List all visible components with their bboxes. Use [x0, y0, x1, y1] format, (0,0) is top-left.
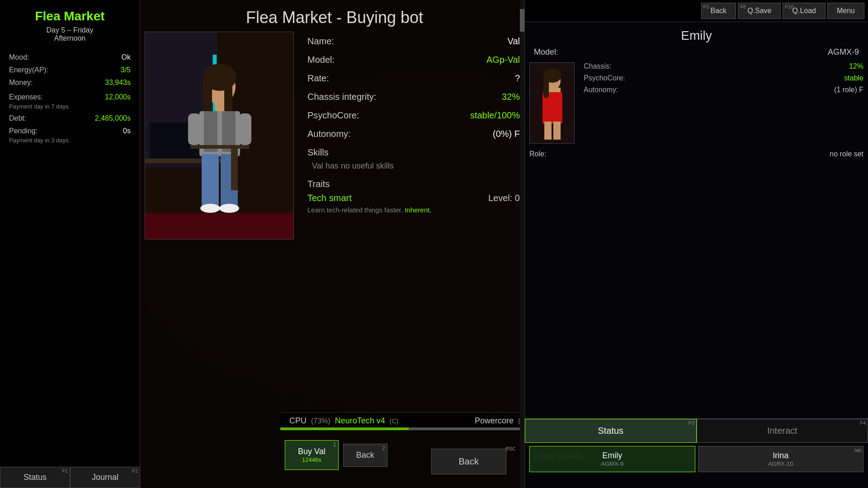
svg-rect-30	[543, 75, 549, 98]
character-portrait	[145, 32, 294, 239]
svg-rect-14	[188, 113, 201, 145]
scrollbar-thumb[interactable]	[520, 9, 524, 32]
cpu-item: CPU (73%) NeuroTech v4 (C)	[289, 416, 475, 426]
svg-rect-20	[190, 145, 249, 149]
stats-panel: Name: Val Model: AGp-Val Rate: ? Chassis…	[303, 32, 524, 239]
journal-button[interactable]: F2 Journal	[70, 467, 140, 488]
emily-model-row: Model: AGMX-9	[525, 46, 868, 59]
stat-pending: Pending: 0s	[9, 127, 131, 135]
stat-name: Name: Val	[307, 36, 520, 47]
emily-role-row: Role: no role set	[525, 148, 868, 160]
status-tab[interactable]: F3 Status	[525, 419, 697, 443]
interact-tab[interactable]: F4 Interact	[697, 419, 868, 443]
content-area: Name: Val Model: AGp-Val Rate: ? Chassis…	[140, 32, 529, 239]
stat-psychocore: PsychoCore: stable/100%	[307, 110, 520, 121]
stat-expenses-note: Payment day in 7 days.	[9, 103, 131, 110]
stat-pending-note: Payment day in 3 days.	[9, 137, 131, 144]
sidebar-title: Flea Market	[9, 9, 131, 23]
emily-autonomy: Autonomy: (1 role) F	[584, 86, 863, 94]
stat-autonomy: Autonomy: (0%) F	[307, 129, 520, 139]
irina-select-button[interactable]: tab Irina AGRX-10	[698, 446, 864, 472]
stat-expenses: Expenses: 12,000s	[9, 93, 131, 101]
status-button[interactable]: F1 Status	[0, 467, 70, 488]
emily-title: Emily	[525, 22, 868, 46]
svg-rect-22	[145, 213, 294, 239]
qsave-button[interactable]: F8 Q.Save	[738, 3, 781, 19]
sidebar-subtitle: Day 5 – Friday Afternoon	[9, 26, 131, 42]
qload-button[interactable]: F10 Q.Load	[783, 3, 825, 19]
svg-point-18	[200, 204, 220, 213]
emily-chassis: Chassis: 12%	[584, 62, 863, 70]
back-nav-button[interactable]: F5 Back	[701, 3, 736, 19]
bottom-nav: F1 Status F2 Journal	[0, 467, 140, 488]
skills-heading: Skills	[307, 147, 520, 158]
scrollbar[interactable]	[520, 0, 524, 488]
main-title: Flea Market - Buying bot	[140, 0, 529, 32]
trait-desc: Learn tech-related things faster. Inhere…	[307, 206, 520, 214]
svg-rect-27	[544, 122, 552, 140]
stat-rate: Rate: ?	[307, 73, 520, 84]
svg-rect-10	[215, 102, 224, 111]
stat-mood: Mood: Ok	[9, 53, 131, 61]
svg-rect-15	[239, 113, 251, 145]
svg-rect-16	[202, 154, 219, 208]
main-back-bottom-button[interactable]: Back	[431, 449, 506, 474]
stat-debt: Debt: 2,485,000s	[9, 114, 131, 122]
emily-psychocore: PsychoCore: stable	[584, 74, 863, 82]
buy-val-button[interactable]: 1 Buy Val 12446s	[285, 440, 339, 470]
right-panel: F5 Back F8 Q.Save F10 Q.Load Menu Emily …	[524, 0, 868, 488]
traits-heading: Traits	[307, 179, 520, 189]
stat-chassis: Chassis integrity: 32%	[307, 92, 520, 102]
left-sidebar: Flea Market Day 5 – Friday Afternoon Moo…	[0, 0, 140, 488]
stat-energy: Energy(AP): 3/5	[9, 66, 131, 74]
char-select: Emily AGMX-9 tab Irina AGRX-10	[525, 446, 868, 472]
emily-select-button[interactable]: Emily AGMX-9	[529, 446, 695, 472]
stat-model: Model: AGp-Val	[307, 55, 520, 65]
svg-point-19	[219, 204, 239, 213]
portrait-area	[145, 32, 298, 239]
emily-portrait	[529, 62, 575, 144]
trait-row: Tech smart Level: 0	[307, 193, 520, 203]
emily-portrait-area: Chassis: 12% PsychoCore: stable Autonomy…	[525, 62, 868, 148]
menu-button[interactable]: Menu	[827, 3, 864, 19]
main-content: Flea Market - Buying bot	[140, 0, 529, 488]
back-button-main[interactable]: 2 Back	[343, 444, 387, 467]
esc-label: esc	[505, 445, 515, 452]
skills-note: Val has no useful skills	[307, 161, 520, 171]
emily-stats: Chassis: 12% PsychoCore: stable Autonomy…	[579, 62, 863, 144]
svg-rect-28	[553, 122, 561, 140]
right-tabs: F3 Status F4 Interact	[525, 418, 868, 443]
svg-rect-21	[231, 145, 238, 190]
top-nav: F5 Back F8 Q.Save F10 Q.Load Menu	[525, 0, 868, 22]
stat-money: Money: 33,943s	[9, 79, 131, 87]
